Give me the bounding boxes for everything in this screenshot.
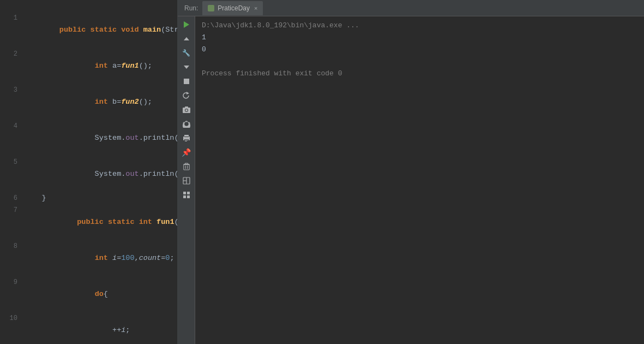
code-line: 1 public static void main(String[] args)… (0, 12, 177, 48)
svg-rect-26 (183, 195, 186, 198)
scroll-down-button[interactable] (180, 61, 192, 73)
code-line: 5 System.out.println(b); (0, 156, 177, 192)
svg-rect-24 (183, 192, 186, 194)
code-lines: 1 public static void main(String[] args)… (0, 0, 177, 344)
code-line: 4 System.out.println(a); (0, 120, 177, 156)
code-line: 10 ++i; (0, 312, 177, 344)
code-line: 6 } (0, 192, 177, 204)
svg-rect-8 (185, 106, 188, 108)
play-button[interactable] (180, 19, 192, 31)
layout-button[interactable] (180, 175, 192, 187)
run-content: 🔧 (178, 16, 644, 344)
run-tab-name: PraticeDay (218, 4, 250, 12)
svg-rect-14 (185, 140, 188, 140)
rerun-button[interactable] (180, 90, 192, 102)
svg-marker-2 (184, 66, 189, 69)
output-line2: 0 (202, 44, 637, 56)
svg-marker-4 (186, 92, 189, 94)
output-line1: 1 (202, 32, 637, 44)
run-label: Run: (180, 4, 202, 12)
svg-rect-25 (187, 192, 190, 194)
output-blank (202, 56, 637, 68)
pin-button[interactable]: 📌 (180, 146, 192, 158)
svg-rect-15 (185, 141, 187, 141)
gear-button[interactable] (180, 118, 192, 130)
svg-point-7 (185, 109, 188, 111)
scroll-up-button[interactable] (180, 33, 192, 45)
stop-button[interactable] (180, 75, 192, 87)
run-panel: Run: PraticeDay × 🔧 (177, 0, 644, 344)
run-tab[interactable]: PraticeDay × (202, 1, 263, 15)
output-process: Process finished with exit code 0 (202, 68, 637, 80)
svg-rect-11 (184, 135, 189, 137)
svg-rect-27 (187, 195, 190, 198)
output-path: D:\Java\jdk1.8.0_192\bin\java.exe ... (202, 20, 637, 32)
run-tab-icon (208, 5, 214, 11)
run-output: D:\Java\jdk1.8.0_192\bin\java.exe ... 1 … (195, 16, 644, 344)
print-button[interactable] (180, 132, 192, 144)
code-line: 7 public static int fun1(){ (0, 204, 177, 240)
run-sidebar: 🔧 (178, 16, 195, 344)
code-line: 2 int a=fun1(); (0, 48, 177, 84)
trash-button[interactable] (180, 161, 192, 173)
grid-button[interactable] (180, 189, 192, 201)
code-line: 8 int i=100,count=0; (0, 240, 177, 276)
run-toolbar: Run: PraticeDay × (178, 0, 644, 16)
svg-rect-16 (183, 164, 189, 170)
svg-marker-0 (184, 21, 189, 28)
svg-marker-1 (184, 37, 189, 40)
settings-button[interactable]: 🔧 (180, 47, 192, 59)
run-tab-close[interactable]: × (254, 5, 257, 11)
code-line: 9 do{ (0, 276, 177, 312)
snapshot-button[interactable] (180, 104, 192, 116)
svg-rect-3 (184, 79, 189, 84)
code-line (0, 0, 177, 12)
code-editor: 1 public static void main(String[] args)… (0, 0, 177, 344)
code-line: 3 int b=fun2(); (0, 84, 177, 120)
